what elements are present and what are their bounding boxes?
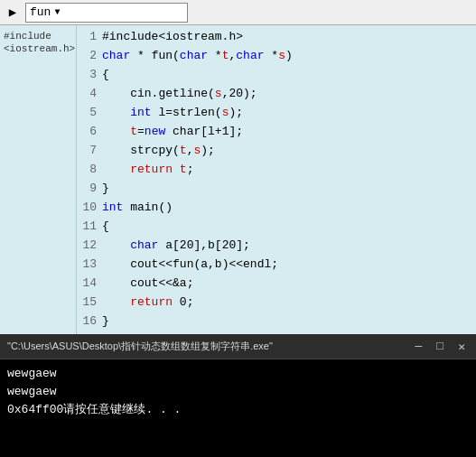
- line-number: 6: [77, 122, 102, 141]
- line-number: 16: [77, 312, 102, 331]
- chevron-down-icon: ▼: [54, 7, 60, 17]
- line-number: 15: [77, 293, 102, 312]
- code-line: 3 {: [77, 65, 476, 84]
- line-number: 9: [77, 179, 102, 198]
- code-line: 13 cout<<fun(a,b)<<endl;: [77, 255, 476, 274]
- line-number: 5: [77, 103, 102, 122]
- terminal-body: wewgaew wewgaew 0x64ff00请按任意键继续. . .: [0, 359, 476, 457]
- editor-body: #include <iostream.h> 1 #include<iostrea…: [0, 25, 476, 334]
- terminal-titlebar: "C:\Users\ASUS\Desktop\指针动态数组数组复制字符串.exe…: [0, 334, 476, 359]
- code-line: 15 return 0;: [77, 293, 476, 312]
- editor-container: ▶ fun ▼ #include <iostream.h> 1 #include…: [0, 0, 476, 334]
- dropdown-value: fun: [30, 5, 51, 19]
- line-number: 2: [77, 46, 102, 65]
- line-number: 14: [77, 274, 102, 293]
- sidebar-item: #include <iostream.h>: [0, 29, 76, 56]
- line-content: #include<iostream.h>: [102, 27, 476, 46]
- code-line: 7 strcpy(t,s);: [77, 141, 476, 160]
- code-line: 10 int main(): [77, 198, 476, 217]
- line-content: strcpy(t,s);: [102, 141, 476, 160]
- line-content: cin.getline(s,20);: [102, 84, 476, 103]
- close-button[interactable]: ✕: [454, 340, 469, 354]
- run-icon[interactable]: ▶: [4, 4, 22, 22]
- line-number: 13: [77, 255, 102, 274]
- line-content: {: [102, 65, 476, 84]
- code-line: 8 return t;: [77, 160, 476, 179]
- line-content: int l=strlen(s);: [102, 103, 476, 122]
- terminal-title: "C:\Users\ASUS\Desktop\指针动态数组数组复制字符串.exe…: [7, 340, 273, 353]
- line-content: cout<<&a;: [102, 274, 476, 293]
- code-line: 16 }: [77, 312, 476, 331]
- line-content: return t;: [102, 160, 476, 179]
- code-line: 1 #include<iostream.h>: [77, 27, 476, 46]
- code-line: 12 char a[20],b[20];: [77, 236, 476, 255]
- terminal-line-3: 0x64ff00请按任意键继续. . .: [7, 401, 469, 419]
- line-content: t=new char[l+1];: [102, 122, 476, 141]
- code-line: 2 char * fun(char *t,char *s): [77, 46, 476, 65]
- maximize-button[interactable]: □: [433, 340, 447, 354]
- line-content: int main(): [102, 198, 476, 217]
- line-content: cout<<fun(a,b)<<endl;: [102, 255, 476, 274]
- line-number: 11: [77, 217, 102, 236]
- line-number: 12: [77, 236, 102, 255]
- line-content: }: [102, 179, 476, 198]
- code-line: 9 }: [77, 179, 476, 198]
- line-content: return 0;: [102, 293, 476, 312]
- line-content: char a[20],b[20];: [102, 236, 476, 255]
- code-line: 5 int l=strlen(s);: [77, 103, 476, 122]
- sidebar-left: #include <iostream.h>: [0, 25, 77, 334]
- line-content: {: [102, 217, 476, 236]
- function-dropdown[interactable]: fun ▼: [25, 3, 188, 23]
- terminal-controls: — □ ✕: [412, 340, 469, 354]
- sidebar-text: #include <iostream.h>: [4, 31, 75, 54]
- line-number: 8: [77, 160, 102, 179]
- line-number: 4: [77, 84, 102, 103]
- line-number: 10: [77, 198, 102, 217]
- line-number: 1: [77, 27, 102, 46]
- line-content: char * fun(char *t,char *s): [102, 46, 476, 65]
- line-number: 7: [77, 141, 102, 160]
- code-line: 4 cin.getline(s,20);: [77, 84, 476, 103]
- terminal-container: "C:\Users\ASUS\Desktop\指针动态数组数组复制字符串.exe…: [0, 334, 476, 457]
- terminal-line-2: wewgaew: [7, 383, 469, 401]
- editor-toolbar: ▶ fun ▼: [0, 0, 476, 25]
- line-number: 3: [77, 65, 102, 84]
- terminal-line-1: wewgaew: [7, 365, 469, 383]
- code-line: 14 cout<<&a;: [77, 274, 476, 293]
- code-line: 6 t=new char[l+1];: [77, 122, 476, 141]
- code-line: 11 {: [77, 217, 476, 236]
- line-content: }: [102, 312, 476, 331]
- minimize-button[interactable]: —: [412, 340, 426, 354]
- code-area[interactable]: 1 #include<iostream.h> 2 char * fun(char…: [77, 25, 476, 334]
